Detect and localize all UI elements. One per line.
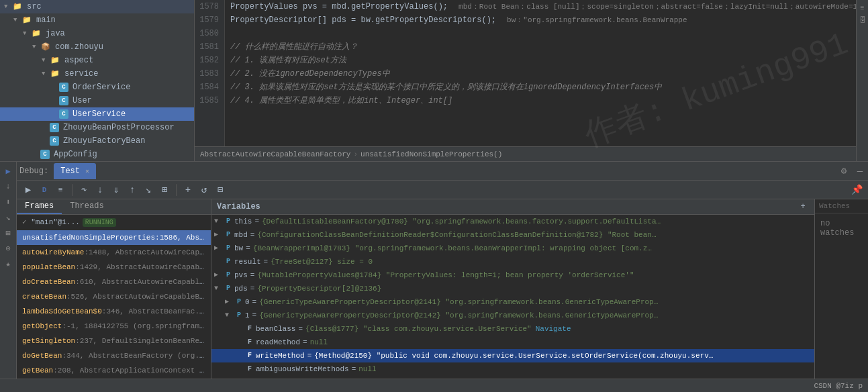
tree-item-ZhouyuFactoryBean[interactable]: CZhouyuFactoryBean (0, 134, 194, 148)
toolbar-pin-btn[interactable]: 📌 (849, 183, 864, 197)
var-expand-0[interactable]: ▼ (214, 215, 224, 228)
toolbar-run-cursor-btn[interactable]: ↘ (141, 183, 156, 197)
var-eq-1: = (250, 229, 255, 241)
var-row-8[interactable]: FbeanClass={Class@1777} "class com.zhouy… (211, 322, 814, 336)
frame-item-2[interactable]: autowireByName:1488, AbstractAutowireCap… (17, 245, 211, 260)
var-icon-f-11: F (245, 363, 254, 375)
debug-settings-icon[interactable]: ⚙ (838, 166, 849, 177)
var-eq-2: = (246, 242, 250, 254)
tree-label-main: main (36, 15, 56, 25)
toolbar-console-btn[interactable]: ≡ (53, 183, 68, 197)
tree-item-src[interactable]: ▼📁src (0, 0, 194, 13)
var-icon-f-10: F (245, 350, 254, 362)
var-row-6[interactable]: ▶P0={GenericTypeAwarePropertyDescriptor@… (211, 295, 814, 309)
var-eq-6: = (252, 296, 257, 308)
tree-item-ZhouyuBeanPostProcessor[interactable]: CZhouyuBeanPostProcessor (0, 121, 194, 134)
frames-tab[interactable]: Frames (17, 199, 62, 214)
var-nav-8[interactable]: Navigate (536, 323, 571, 335)
frame-item-8[interactable]: getSingleton:237, DefaultSingletonBeanRe… (17, 334, 211, 348)
add-watch-btn[interactable]: + (797, 201, 809, 213)
tree-item-java[interactable]: ▼📁java (0, 27, 194, 40)
tree-item-OrderService[interactable]: COrderService (0, 81, 194, 94)
var-eq-10: = (307, 350, 312, 362)
var-expand-2[interactable]: ▶ (214, 242, 224, 254)
tree-item-com.zhouyu[interactable]: ▼📦com.zhouyu (0, 40, 194, 54)
tree-label-User: User (73, 96, 92, 105)
var-row-9[interactable]: FreadMethod=null (211, 336, 814, 349)
frame-item-3[interactable]: populateBean:1429, AbstractAutowireCapab… (17, 260, 211, 275)
frame-item-0[interactable]: ✓ "main"@1...RUNNING (17, 215, 211, 230)
var-name-10: writeMethod (256, 350, 305, 362)
var-expand-5[interactable]: ▼ (214, 283, 224, 295)
debug-step2-icon[interactable]: ⬇ (1, 195, 15, 209)
var-row-11[interactable]: FambiguousWriteMethods=null (211, 362, 814, 376)
debug-tab-close[interactable]: ✕ (85, 167, 89, 175)
toolbar-restore-btn[interactable]: ↺ (197, 183, 211, 197)
toolbar-resume-btn[interactable]: ▶ (21, 183, 36, 197)
debug-breakpoints-icon[interactable]: ⊙ (1, 242, 15, 255)
tree-item-service[interactable]: ▼📁service (0, 67, 194, 81)
var-eq-4: = (250, 269, 255, 281)
watches-empty: no watches (815, 213, 868, 243)
var-expand-7[interactable]: ▼ (225, 309, 234, 322)
var-row-7[interactable]: ▼P1={GenericTypeAwarePropertyDescriptor@… (211, 309, 814, 322)
tree-item-UserService[interactable]: CUserService (0, 107, 194, 121)
tree-arrow: ▼ (23, 30, 31, 37)
debug-evaluate-icon[interactable]: ⊞ (1, 226, 15, 240)
var-expand-6[interactable]: ▶ (225, 296, 234, 308)
line-number-1585: 1585 (195, 94, 219, 107)
tree-arrow: ▼ (4, 3, 12, 10)
var-row-0[interactable]: ▼Pthis={DefaultListableBeanFactory@1780}… (211, 215, 814, 228)
left-toolbar: ▶ ↓ ⬇ ↘ ⊞ ⊙ ★ (0, 162, 17, 379)
variables-label: Variables (217, 202, 260, 211)
frame-item-7[interactable]: getObject:-1, 1884122755 (org.springfram… (17, 319, 211, 334)
frame-item-10[interactable]: getBean:208, AbstractApplicationContext … (17, 363, 211, 378)
var-row-1[interactable]: ▶Pmbd={ConfigurationClassBeanDefinitionR… (211, 228, 814, 242)
tree-label-UserService: UserService (73, 109, 126, 119)
var-row-10[interactable]: FwriteMethod={Method@2150} "public void … (211, 349, 814, 362)
var-row-2[interactable]: ▶Pbw={BeanWrapperImpl@1783} "org.springf… (211, 242, 814, 255)
tree-icon-src: 📁 (12, 2, 23, 11)
frame-item-4[interactable]: doCreateBean:610, AbstractAutowireCapabl… (17, 275, 211, 289)
debug-run-cursor-icon[interactable]: ↘ (1, 211, 15, 224)
debug-close-icon[interactable]: — (855, 166, 865, 177)
tree-label-AppConfig: AppConfig (54, 150, 97, 159)
toolbar-add-watch-btn[interactable]: + (181, 183, 195, 197)
toolbar-debugger-btn[interactable]: D (37, 183, 52, 197)
debug-favorites-icon[interactable]: ★ (1, 257, 15, 271)
var-name-0: this (234, 215, 252, 228)
var-eq-9: = (303, 336, 307, 348)
frame-item-5[interactable]: createBean:526, AbstractAutowireCapableB… (17, 289, 211, 304)
debug-step-icon[interactable]: ↓ (1, 180, 15, 193)
frame-item-1[interactable]: unsatisfiedNonSimpleProperties:1586, Abs… (17, 230, 211, 245)
variables-list: ▼Pthis={DefaultListableBeanFactory@1780}… (211, 215, 814, 379)
tree-item-aspect[interactable]: ▼📁aspect (0, 54, 194, 67)
var-row-4[interactable]: ▶Ppvs={MutablePropertyValues@1784} "Prop… (211, 268, 814, 282)
var-row-5[interactable]: ▼Ppds={PropertyDescriptor[2]@2136} (211, 282, 814, 295)
var-row-3[interactable]: Presult={TreeSet@2127} size = 0 (211, 255, 814, 268)
debug-resume-icon[interactable]: ▶ (1, 164, 15, 178)
toolbar-step-out-btn[interactable]: ↑ (125, 183, 140, 197)
var-name-9: readMethod (256, 336, 300, 348)
debug-left-tabs: Frames Threads (17, 199, 211, 215)
database-icon[interactable]: 🗄 (857, 15, 868, 26)
threads-tab[interactable]: Threads (62, 199, 111, 214)
tree-item-main[interactable]: ▼📁main (0, 13, 194, 27)
var-name-2: bw (234, 242, 243, 254)
toolbar-step-into-btn[interactable]: ↓ (93, 183, 107, 197)
toolbar-force-step-btn[interactable]: ⇓ (109, 183, 124, 197)
toolbar-evaluate-btn[interactable]: ⊞ (157, 183, 172, 197)
debug-tab-test[interactable]: Test ✕ (54, 163, 96, 179)
frame-item-9[interactable]: doGetBean:344, AbstractBeanFactory (org.… (17, 348, 211, 363)
tree-label-ZhouyuBeanPostProcessor: ZhouyuBeanPostProcessor (63, 123, 175, 132)
var-expand-1[interactable]: ▶ (214, 229, 224, 241)
frame-item-6[interactable]: lambdaSdoGetBean$0:346, AbstractBeanFac.… (17, 304, 211, 319)
tree-item-User[interactable]: CUser (0, 94, 194, 107)
status-bar: CSDN @7iz p (0, 379, 868, 392)
toolbar-settings-btn[interactable]: ⊟ (213, 183, 228, 197)
toolbar-step-over-btn[interactable]: ↷ (77, 183, 91, 197)
tree-item-AppConfig[interactable]: CAppConfig (0, 148, 194, 161)
tree-icon-service: 📁 (50, 69, 60, 79)
var-expand-4[interactable]: ▶ (214, 269, 224, 281)
structure-icon[interactable]: ≡ (857, 3, 868, 13)
